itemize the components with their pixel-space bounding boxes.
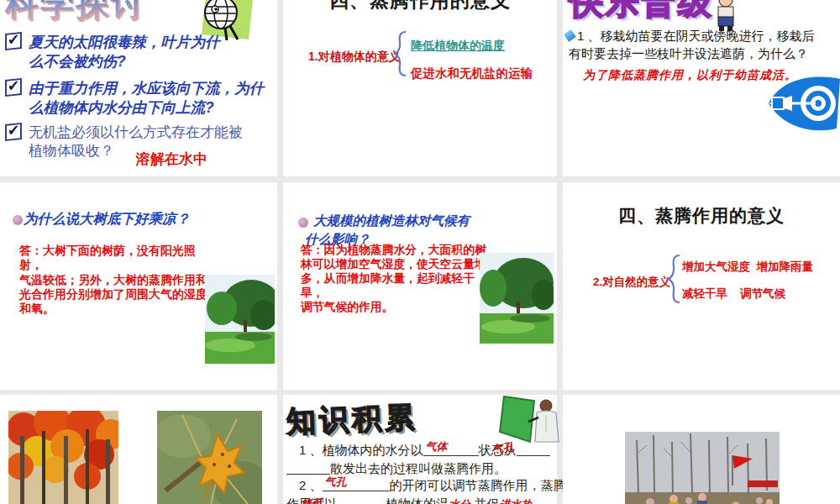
checked-checkbox-icon: ✔: [5, 123, 22, 141]
q2-text: 2 、: [299, 478, 323, 492]
quiz-answer: 为了降低蒸腾作用，以利于幼苗成活。: [583, 68, 797, 83]
checked-checkbox-icon: ✔: [5, 32, 22, 50]
q2-mid-text: 的开闭可以调节蒸腾作用，蒸腾: [390, 478, 566, 492]
benefit-item-2: 减轻干旱 调节气候: [682, 286, 785, 302]
section-label: 2.对自然的意义: [593, 275, 670, 290]
slide-grid-preview: 科学探讨 ✔ 夏天的太阳很毒辣，叶片为什么不会被灼伤? ✔: [0, 0, 840, 504]
checked-checkbox-icon: ✔: [5, 78, 22, 97]
q2-l2a-text: 作用可以降低: [286, 496, 337, 504]
circle-bullet: [13, 215, 23, 225]
benefit-item-2: 促进水和无机盐的运输: [411, 66, 533, 81]
red-answer: 进水盐: [499, 498, 532, 504]
benefit-item-1: 增加大气湿度 增加降雨量: [682, 260, 813, 275]
slide-7-autumn-photos[interactable]: [0, 395, 277, 504]
question-text: 夏天的太阳很毒辣，叶片为什么不会被灼伤?: [29, 33, 220, 71]
q1-text: 1 、植物体内的水分以: [299, 443, 423, 457]
slide-5-forestation-question[interactable]: 大规模的植树造林对气候有 什么影响？ 答：因为植物蒸腾水分，大面积的树 林可以增…: [283, 182, 557, 390]
answer-blank[interactable]: [337, 496, 386, 504]
red-answer-overlay: 气孔: [491, 439, 514, 457]
answer-blank[interactable]: 气体: [423, 443, 479, 456]
answer-text: 溶解在水中: [136, 150, 207, 169]
teacher-blackboard-icon: [497, 395, 561, 444]
slide-6-meaning-nature[interactable]: 四、蒸腾作用的意义 2.对自然的意义 增加大气湿度 增加降雨量 减轻干旱 调节气…: [563, 182, 840, 390]
slide-title: 四、蒸腾作用的意义: [563, 204, 840, 228]
q2-l2c-text: 并促: [470, 496, 499, 504]
quiz-question-line1: 1 、移栽幼苗要在阴天或傍晚进行，移栽后: [577, 28, 815, 45]
fill-question-2-line1: 2 、气孔的开闭可以调节蒸腾作用，蒸腾: [299, 478, 566, 494]
circle-bullet: [298, 218, 308, 228]
autumn-forest-photo: [8, 411, 118, 504]
curly-brace-icon: [667, 253, 682, 305]
question-item: ✔ 夏天的太阳很毒辣，叶片为什么不会被灼伤?: [5, 33, 272, 71]
red-answer: 水分: [449, 498, 470, 504]
slide3-wordart-title: 快乐晋级: [570, 0, 714, 25]
answer-paragraph: 答：因为植物蒸腾水分，大面积的树 林可以增加空气湿度，使天空云量增 多，从而增加…: [301, 243, 487, 314]
park-trees-photo: [480, 253, 554, 344]
fill-question-1-line2: 散发出去的过程叫做蒸腾作用。: [286, 461, 507, 477]
benefit-item-1: 降低植物体的温度: [411, 39, 505, 54]
slide-4-shade-question[interactable]: 为什么说大树底下好乘凉？ 答：大树下面的树荫，没有阳光照射， 气温较低；另外，大…: [0, 182, 277, 390]
answer-blank[interactable]: 气孔: [323, 478, 390, 491]
dart-target-icon: [767, 71, 840, 132]
answer-blank[interactable]: [286, 461, 330, 475]
q1-line2-text: 散发出去的过程叫做蒸腾作用。: [330, 461, 507, 475]
diamond-bullet: [563, 29, 577, 43]
slide-9-planting-photo[interactable]: [563, 395, 840, 504]
red-answer: 气孔: [325, 475, 347, 490]
answer-paragraph: 答：大树下面的树荫，没有阳光照射， 气温较低；另外，大树的蒸腾作用和 光合作用分…: [19, 244, 213, 317]
curly-brace-icon: [393, 29, 408, 78]
slide8-wordart-title: 知识积累: [286, 397, 418, 441]
park-trees-photo: [205, 275, 275, 364]
red-answer: 气体: [426, 439, 448, 454]
fill-question-1-line1: 1 、植物体内的水分以气体 状态从气孔: [299, 443, 550, 459]
slide-3-quiz[interactable]: 快乐晋级 1 、移栽幼苗要在阴天或傍晚进行，移栽后 有时要去掉一些枝叶并设法遮荫…: [563, 0, 840, 176]
question-text: 由于重力作用，水应该向下流，为什么植物体内水分由下向上流?: [29, 79, 264, 118]
answer-blank[interactable]: [517, 443, 550, 456]
tree-planting-photo: [625, 432, 780, 504]
section-label: 1.对植物体的意义: [308, 50, 401, 65]
slide-2-meaning-plant[interactable]: 四、蒸腾作用的意义 1.对植物体的意义 降低植物体的温度 促进水和无机盐的运输: [283, 0, 557, 176]
question-line1: 大规模的植树造林对气候有: [313, 213, 470, 230]
quiz-question-line2: 有时要去掉一些枝叶并设法遮荫，为什么？: [569, 45, 808, 62]
q2-l2b-text: 植物体的温: [386, 496, 449, 504]
slide1-wordart-title: 科学探讨: [5, 0, 146, 27]
question-title: 为什么说大树底下好乘凉？: [24, 210, 190, 228]
maple-leaf-photo: [157, 411, 262, 504]
question-item: ✔ 由于重力作用，水应该向下流，为什么植物体内水分由下向上流?: [5, 79, 276, 118]
slide8-wordart-title-wrap: 知识积累: [286, 400, 417, 439]
fill-question-2-line2: 作用可以降低植物体的温水分 并促进水盐: [286, 496, 532, 504]
slide-1-science-discussion[interactable]: 科学探讨 ✔ 夏天的太阳很毒辣，叶片为什么不会被灼伤? ✔: [0, 0, 277, 176]
q1-mid-text: 状态从气孔: [479, 443, 517, 459]
slide-8-knowledge-fill[interactable]: 知识积累 1 、植物体内的水分以气体 状态从气孔 散发出去的过程叫做蒸腾作用。 …: [283, 395, 557, 504]
slide-title: 四、蒸腾作用的意义: [283, 0, 557, 13]
